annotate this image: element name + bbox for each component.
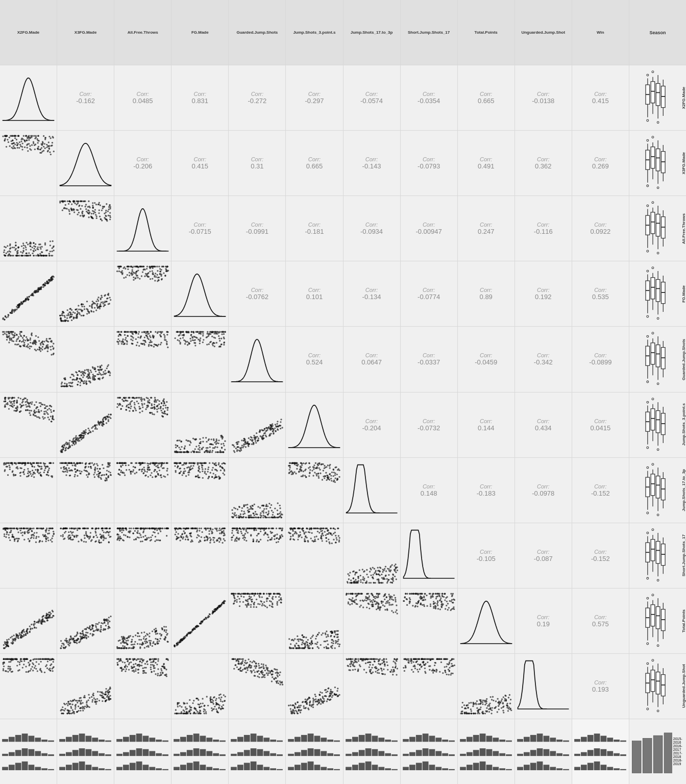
svg-point-6039 [220,700,222,702]
svg-point-1088 [34,349,36,350]
svg-point-1337 [132,340,133,341]
svg-point-6285 [238,661,239,663]
svg-point-5816 [68,701,69,702]
svg-point-5006 [272,606,274,607]
svg-point-1339 [135,338,137,340]
svg-rect-7120 [473,763,479,770]
svg-point-284 [35,243,36,245]
svg-point-4019 [335,535,336,536]
svg-point-6593 [389,671,391,672]
svg-point-5500 [420,602,421,604]
svg-point-4003 [256,539,258,541]
svg-point-3296 [36,532,37,533]
svg-point-2915 [213,473,214,474]
svg-point-5026 [281,602,282,603]
svg-point-788 [109,303,110,305]
svg-point-6820 [489,708,491,710]
svg-point-2704 [134,467,136,468]
svg-point-2943 [207,471,209,472]
svg-point-439 [65,204,66,206]
svg-point-4217 [395,571,397,573]
svg-point-426 [69,213,70,215]
svg-point-1935 [157,399,159,401]
svg-point-1111 [8,333,10,334]
svg-point-2864 [202,464,203,466]
svg-rect-7005 [219,769,226,770]
svg-point-2273 [266,430,267,431]
svg-point-718 [101,295,102,297]
svg-point-6886 [507,697,509,698]
svg-point-3685 [130,530,131,532]
svg-point-2228 [277,421,279,422]
svg-point-1302 [130,339,132,340]
svg-point-5379 [437,608,438,609]
svg-point-4733 [167,641,168,642]
svg-point-4771 [130,635,131,636]
svg-point-3978 [246,530,247,532]
svg-point-3984 [236,537,237,539]
svg-point-2300 [243,437,245,439]
svg-point-2912 [180,471,182,472]
svg-point-6885 [472,702,474,703]
svg-point-5157 [302,642,303,643]
svg-point-207 [44,242,46,244]
svg-point-1240 [81,371,83,373]
svg-point-617 [28,296,30,298]
svg-point-2174 [212,450,213,451]
svg-point-128 [47,145,48,146]
svg-point-3243 [324,467,325,469]
cell-r6-c0 [0,393,57,457]
svg-point-6087 [203,708,205,710]
svg-point-6278 [262,674,263,675]
svg-point-4418 [46,614,48,615]
svg-point-4664 [150,644,151,646]
svg-point-1851 [100,421,102,422]
svg-point-1953 [119,397,120,398]
svg-point-3153 [318,475,320,477]
svg-point-1127 [78,381,79,383]
svg-point-1717 [16,400,18,402]
svg-point-883 [160,271,161,273]
svg-point-1182 [89,378,91,379]
svg-point-2605 [93,464,94,465]
svg-point-3694 [133,532,134,534]
svg-point-4693 [127,644,128,645]
svg-point-4303 [380,582,382,583]
svg-point-1952 [117,403,118,404]
svg-point-4515 [100,626,102,628]
svg-point-188 [24,245,26,247]
svg-rect-1570 [651,343,655,364]
svg-point-5506 [413,593,414,594]
svg-point-3969 [236,540,237,542]
svg-point-1956 [154,399,156,400]
svg-point-46 [16,139,17,140]
cell-r1-c4: Corr:-0.272 [229,65,285,130]
svg-point-3282 [35,541,37,543]
svg-point-786 [65,320,67,321]
row-label-5: Jump.Shots_3.point.s [681,403,686,446]
svg-point-2470 [40,462,41,463]
svg-point-1089 [20,335,21,336]
svg-rect-7068 [385,753,391,756]
svg-point-1542 [180,342,181,344]
svg-point-5941 [121,670,122,672]
svg-point-4637 [134,641,136,642]
svg-point-6758 [488,711,489,713]
svg-rect-7025 [251,762,257,770]
svg-point-2086 [213,438,214,439]
cell-r0-c6: Jump.Shots_17.to_3p [344,0,400,65]
svg-point-2680 [150,474,151,476]
svg-point-775 [60,318,61,320]
col-header-10: Win [597,30,604,35]
svg-point-4149 [314,538,316,540]
svg-rect-3256 [656,476,660,498]
svg-point-1096 [21,341,22,342]
cell-r9-c5 [286,589,342,653]
svg-point-3214 [314,472,316,473]
svg-point-2038 [224,445,225,446]
svg-point-1728 [11,405,13,407]
svg-point-6195 [248,658,250,660]
svg-point-5064 [266,606,268,608]
svg-point-490 [652,202,654,204]
svg-point-919 [149,266,151,268]
